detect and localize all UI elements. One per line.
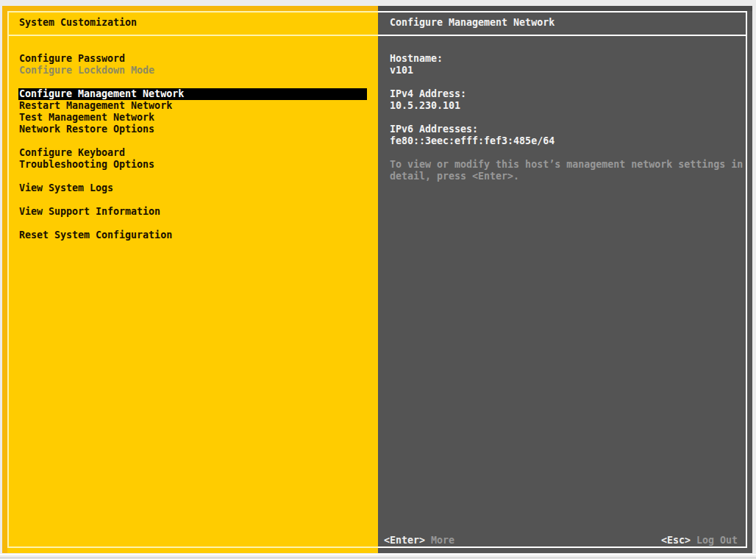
network-info-fields: Hostname:v101IPv4 Address:10.5.230.101IP… xyxy=(390,53,554,159)
menu-item-label: Configure Keyboard xyxy=(19,147,125,158)
menu-item-troubleshooting-options[interactable]: Troubleshooting Options xyxy=(2,159,378,171)
menu-item-label: Reset System Configuration xyxy=(19,229,172,241)
field-hostname: Hostname:v101 xyxy=(390,53,554,76)
field-label: IPv6 Addresses: xyxy=(390,124,554,135)
hint-bar: <Enter> More <Esc> Log Out xyxy=(384,535,738,546)
menu-item-label: Network Restore Options xyxy=(19,124,154,135)
panel-edge xyxy=(378,6,752,11)
menu-item-network-restore-options[interactable]: Network Restore Options xyxy=(2,124,378,135)
menu-item-label: Configure Management Network xyxy=(18,88,367,100)
field-value: 10.5.230.101 xyxy=(390,100,554,112)
menu-item-label: Restart Management Network xyxy=(19,100,172,111)
panel-edge xyxy=(2,6,378,11)
menu-item-label: Test Management Network xyxy=(19,112,154,123)
enter-key-label: <Enter> xyxy=(384,535,425,546)
enter-action-label: More xyxy=(431,535,454,546)
menu-item-configure-lockdown-mode[interactable]: Configure Lockdown Mode xyxy=(2,65,378,76)
menu-item-configure-keyboard[interactable]: Configure Keyboard xyxy=(2,147,378,159)
right-panel-title: Configure Management Network xyxy=(390,17,554,29)
menu-item-label: View System Logs xyxy=(19,182,113,193)
menu-spacer xyxy=(2,218,378,229)
dcui-screen: System Customization Configure PasswordC… xyxy=(0,0,756,559)
menu-spacer xyxy=(2,194,378,206)
menu-item-reset-system-configuration[interactable]: Reset System Configuration xyxy=(2,229,378,241)
field-value: fe80::3eec:efff:fef3:485e/64 xyxy=(390,135,554,147)
menu-item-label: Configure Lockdown Mode xyxy=(19,65,154,76)
field-ipv6-addresses: IPv6 Addresses:fe80::3eec:efff:fef3:485e… xyxy=(390,124,554,147)
menu-item-view-support-information[interactable]: View Support Information xyxy=(2,206,378,218)
screen-bottom-edge xyxy=(0,554,756,555)
field-label: Hostname: xyxy=(390,53,554,65)
title-separator xyxy=(9,35,378,36)
title-separator xyxy=(378,35,746,36)
left-panel-title: System Customization xyxy=(19,17,137,29)
menu-item-view-system-logs[interactable]: View System Logs xyxy=(2,182,378,194)
menu-item-label: Configure Password xyxy=(19,53,125,64)
esc-logout-hint[interactable]: <Esc> Log Out xyxy=(661,535,738,546)
menu-item-configure-password[interactable]: Configure Password xyxy=(2,53,378,65)
esc-key-label: <Esc> xyxy=(661,535,691,546)
screen-bottom-edge xyxy=(0,558,756,558)
system-customization-panel: System Customization Configure PasswordC… xyxy=(2,6,378,553)
configure-management-network-panel: Configure Management Network Hostname:v1… xyxy=(378,6,752,553)
menu-item-configure-management-network[interactable]: Configure Management Network xyxy=(2,88,378,100)
menu-item-test-management-network[interactable]: Test Management Network xyxy=(2,112,378,124)
system-customization-menu: Configure PasswordConfigure Lockdown Mod… xyxy=(2,53,378,241)
menu-item-restart-management-network[interactable]: Restart Management Network xyxy=(2,100,378,112)
esc-action-label: Log Out xyxy=(696,535,738,546)
field-label: IPv4 Address: xyxy=(390,88,554,100)
menu-item-label: Troubleshooting Options xyxy=(19,159,154,170)
menu-spacer xyxy=(2,135,378,147)
menu-spacer xyxy=(2,171,378,182)
field-ipv4-address: IPv4 Address:10.5.230.101 xyxy=(390,88,554,112)
enter-more-hint[interactable]: <Enter> More xyxy=(384,535,454,546)
menu-spacer xyxy=(2,76,378,88)
field-value: v101 xyxy=(390,65,554,76)
help-note: To view or modify this host’s management… xyxy=(390,159,746,182)
menu-item-label: View Support Information xyxy=(19,206,160,217)
